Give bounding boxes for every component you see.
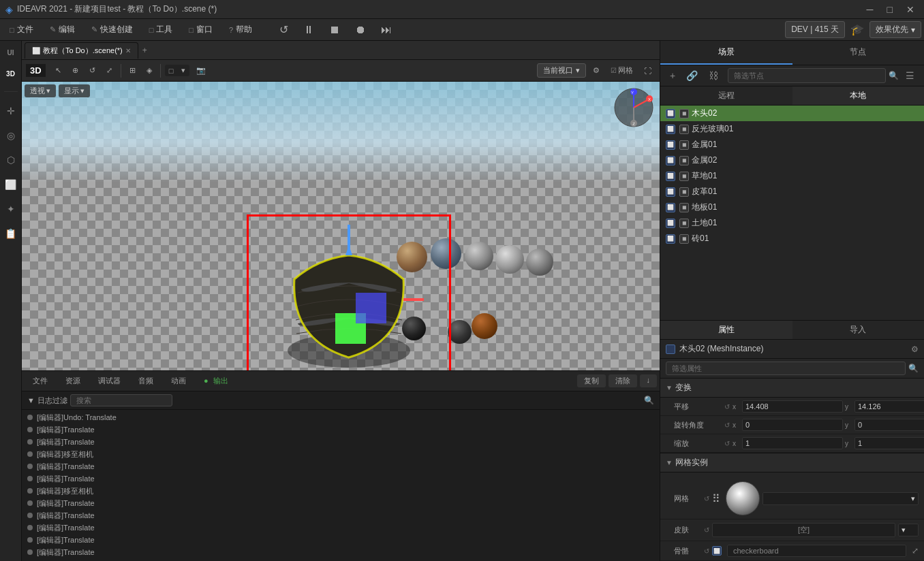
copy-button[interactable]: 复制	[577, 374, 606, 387]
view-mode-group[interactable]: □ ▾	[165, 65, 190, 76]
menu-file[interactable]: □ 文件	[3, 21, 40, 38]
replay-button[interactable]: ↺	[275, 22, 292, 37]
scene-search-input[interactable]	[728, 68, 886, 83]
record-button[interactable]: ⏺	[351, 22, 370, 37]
lock-btn[interactable]: ◈	[142, 65, 156, 76]
step-button[interactable]: ⏭	[377, 22, 396, 37]
sidebar-terrain-icon[interactable]: ⬜	[2, 176, 19, 193]
bottom-tab-assets[interactable]: 资源	[57, 373, 89, 389]
log-search-input[interactable]	[70, 394, 172, 406]
add-tab-button[interactable]: +	[138, 44, 151, 57]
bottom-tab-audio[interactable]: 音频	[130, 373, 161, 389]
props-filter-input[interactable]	[666, 362, 906, 375]
fullscreen-btn[interactable]: ⛶	[640, 65, 656, 76]
node-item[interactable]: ⬜ ◼ 皮革01	[660, 184, 924, 199]
camera-btn[interactable]: 📷	[192, 65, 210, 76]
scale-x-input[interactable]	[742, 437, 843, 449]
close-button[interactable]: ✕	[902, 4, 919, 15]
settings-icon[interactable]: ⚙	[589, 65, 604, 76]
props-search-icon[interactable]: 🔍	[908, 364, 919, 373]
add-node-button[interactable]: +	[666, 68, 679, 83]
node-label: 砖01	[692, 233, 709, 244]
node-item[interactable]: ⬜ ◼ 土地01	[660, 215, 924, 231]
scene-tab-close[interactable]: ✕	[125, 47, 131, 54]
rotate-tool[interactable]: ↺	[85, 65, 99, 76]
minimize-button[interactable]: ─	[863, 4, 878, 15]
translate-x-input[interactable]	[742, 400, 843, 413]
chain-node-button[interactable]: ⛓	[705, 68, 722, 83]
clear-button[interactable]: 清除	[609, 374, 637, 387]
scene-search-icon[interactable]: 🔍	[889, 71, 899, 80]
props-tab-attributes[interactable]: 属性	[660, 321, 792, 339]
mesh-instance-section-header[interactable]: ▼ 网格实例	[660, 453, 924, 472]
skin-reset[interactable]: ↺	[704, 526, 709, 534]
log-search-icon[interactable]: 🔍	[644, 396, 654, 405]
props-tab-import[interactable]: 导入	[792, 321, 925, 339]
right-tab-scene[interactable]: 场景	[660, 41, 792, 65]
scale-tool[interactable]: ⤢	[102, 65, 117, 76]
menu-window[interactable]: □ 窗口	[182, 21, 219, 38]
viewport-selector[interactable]: 当前视口 ▾	[537, 63, 586, 78]
rotate-fields: x y z	[733, 419, 924, 431]
node-item[interactable]: ⬜ ◼ 砖01	[660, 231, 924, 246]
bottom-tab-debugger[interactable]: 调试器	[90, 373, 129, 389]
log-item: [编辑器]移至相机	[27, 448, 654, 460]
skeleton-reset[interactable]: ↺	[704, 547, 709, 555]
sidebar-shapes-icon[interactable]: ◎	[4, 127, 18, 144]
viewport-gizmo[interactable]: Y X Z	[613, 87, 654, 128]
window-controls[interactable]: ─ □ ✕	[863, 4, 919, 15]
node-item[interactable]: ⬜ ◼ 草地01	[660, 168, 924, 184]
menu-tools[interactable]: □ 工具	[142, 21, 180, 38]
perspective-btn[interactable]: 透视 ▾	[25, 84, 56, 97]
link-node-button[interactable]: 🔗	[682, 68, 702, 83]
node-item[interactable]: ⬜ ◼ 反光玻璃01	[660, 121, 924, 137]
node-item[interactable]: ⬜ ◼ 木头02	[660, 106, 924, 121]
node-item[interactable]: ⬜ ◼ 金属01	[660, 137, 924, 153]
stop-button[interactable]: ⏹	[325, 22, 344, 37]
menu-edit[interactable]: ✎ 编辑	[43, 21, 82, 38]
sidebar-group-icon[interactable]: ⬡	[4, 152, 18, 168]
ortho-btn[interactable]: □	[165, 65, 178, 76]
grid-toggle[interactable]: ☑ 网格	[606, 64, 637, 77]
skeleton-open-btn[interactable]: ⤢	[912, 546, 919, 556]
bottom-tab-output[interactable]: ● 输出	[196, 373, 236, 389]
view-dropdown[interactable]: ▾	[177, 65, 189, 76]
menu-quick-create[interactable]: ✎ 快速创建	[84, 21, 140, 38]
transform-section-header[interactable]: ▼ 变换	[660, 379, 924, 398]
mesh-dots-icon[interactable]: ⠿	[712, 492, 720, 505]
pause-button[interactable]: ⏸	[299, 22, 318, 37]
bottom-tab-animation[interactable]: 动画	[163, 373, 194, 389]
rotate-reset[interactable]: ↺	[724, 421, 730, 429]
mesh-dropdown[interactable]: ▾	[763, 492, 919, 505]
sidebar-transform-icon[interactable]: ✛	[4, 103, 18, 119]
maximize-button[interactable]: □	[883, 4, 897, 15]
sidebar-particle-icon[interactable]: ✦	[4, 201, 18, 217]
sidebar-script-icon[interactable]: 📋	[2, 225, 19, 242]
translate-reset[interactable]: ↺	[724, 403, 730, 411]
snap-btn[interactable]: ⊞	[125, 65, 140, 76]
move-tool[interactable]: ⊕	[68, 65, 82, 76]
right-tab-node[interactable]: 节点	[792, 41, 925, 65]
node-item[interactable]: ⬜ ◼ 地板01	[660, 199, 924, 215]
effects-button[interactable]: 效果优先 ▾	[869, 21, 921, 38]
select-tool[interactable]: ↖	[51, 65, 65, 76]
rotate-y-input[interactable]	[854, 419, 924, 431]
scale-y-input[interactable]	[854, 437, 924, 449]
skin-dropdown[interactable]: ▾	[898, 524, 919, 536]
mesh-reset[interactable]: ↺	[704, 495, 709, 502]
local-subtab[interactable]: 本地	[792, 86, 925, 105]
rotate-x-input[interactable]	[742, 419, 843, 431]
scale-reset[interactable]: ↺	[724, 440, 730, 447]
menu-help[interactable]: ? 帮助	[222, 21, 259, 38]
right-menu-button[interactable]: ☰	[902, 68, 919, 83]
bottom-tab-file[interactable]: 文件	[25, 373, 56, 389]
display-btn[interactable]: 显示 ▾	[59, 84, 90, 97]
translate-fields: x y z	[733, 400, 924, 413]
node-item[interactable]: ⬜ ◼ 金属02	[660, 153, 924, 168]
scene-tab[interactable]: ⬜ 教程（To Do）.scene(*) ✕	[25, 42, 138, 59]
props-settings-icon[interactable]: ⚙	[911, 344, 919, 354]
viewport[interactable]: 透视 ▾ 显示 ▾ Y X	[22, 82, 660, 370]
translate-y-input[interactable]	[854, 400, 924, 413]
download-button[interactable]: ↓	[640, 374, 658, 387]
remote-subtab[interactable]: 远程	[660, 86, 792, 105]
